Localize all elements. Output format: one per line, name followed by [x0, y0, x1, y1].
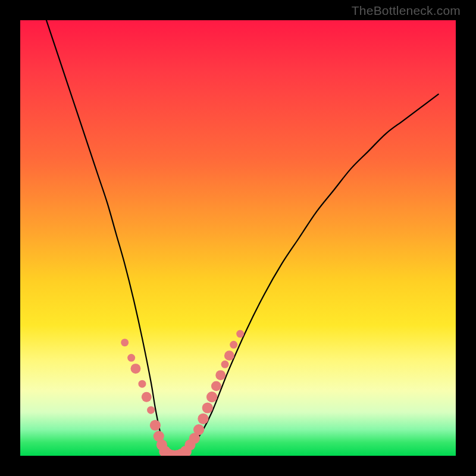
highlight-dot: [224, 350, 234, 361]
highlight-dot: [147, 406, 155, 414]
highlight-dot: [193, 424, 204, 435]
plot-area: [20, 20, 456, 456]
bottleneck-curve: [46, 20, 439, 456]
highlight-dot: [221, 361, 229, 368]
highlight-dot: [215, 370, 226, 380]
highlight-dots: [121, 330, 244, 456]
highlight-dot: [138, 380, 146, 388]
highlight-dot: [150, 420, 161, 431]
highlight-dot: [131, 364, 141, 374]
highlight-dot: [236, 330, 244, 338]
highlight-dot: [198, 414, 208, 424]
highlight-dot: [142, 392, 152, 402]
highlight-dot: [127, 354, 135, 362]
highlight-dot: [121, 339, 129, 346]
highlight-dot: [202, 402, 213, 413]
highlight-dot: [206, 392, 217, 402]
highlight-dot: [211, 381, 221, 391]
watermark-text: TheBottleneck.com: [352, 4, 461, 18]
highlight-dot: [230, 341, 237, 349]
chart-frame: TheBottleneck.com: [0, 0, 476, 476]
curve-layer: [20, 20, 456, 456]
